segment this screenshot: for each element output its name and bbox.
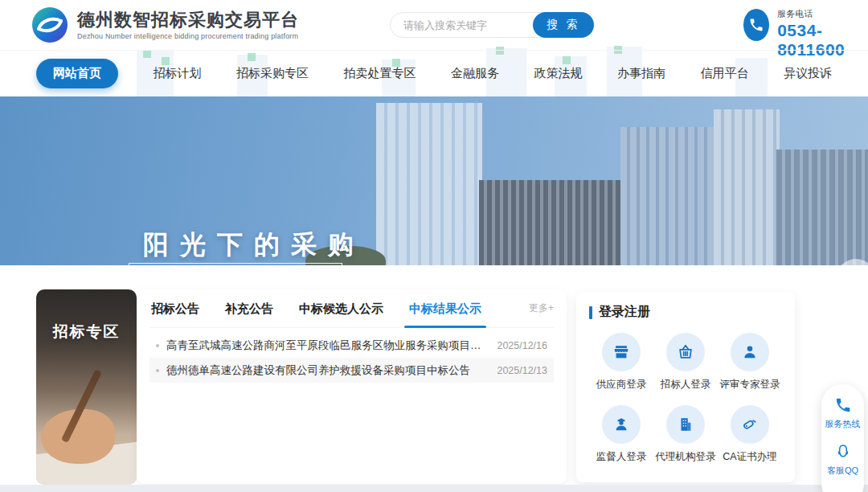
hero-banner: 阳光下的采购 公开 — 公正 — 公平 <box>0 96 868 265</box>
login-item-label: 评审专家登录 <box>718 378 782 392</box>
agency-login[interactable]: 代理机构登录 <box>653 405 718 464</box>
nav-item-policy[interactable]: 政策法规 <box>534 66 583 81</box>
banner-building <box>776 150 868 265</box>
expert-person-icon <box>731 333 769 371</box>
site-title: 德州数智招标采购交易平台 <box>77 10 299 31</box>
login-panel-header: 登录注册 <box>589 304 782 321</box>
announcement-title: 高青至武城高速公路商河至平原段临邑服务区物业服务采购项目中标公告 <box>166 338 487 353</box>
storefront-icon <box>602 333 641 371</box>
tab-winning-candidates[interactable]: 中标候选人公示 <box>297 290 385 327</box>
tenderer-login[interactable]: 招标人登录 <box>653 333 718 392</box>
tab-bid-announcements[interactable]: 招标公告 <box>149 290 201 327</box>
announcement-date: 2025/12/16 <box>497 340 547 351</box>
bullet-dot <box>156 369 159 372</box>
announcement-list: 高青至武城高速公路商河至平原段临邑服务区物业服务采购项目中标公告 2025/12… <box>149 333 554 383</box>
login-grid: 供应商登录 招标人登录 <box>589 333 782 464</box>
bidding-zone-label: 招标专区 <box>36 322 137 342</box>
basket-icon <box>666 333 705 371</box>
nav-item-objection[interactable]: 异议投诉 <box>784 66 832 81</box>
nav-item-credit[interactable]: 信用平台 <box>701 66 749 81</box>
login-item-label: 监督人登录 <box>589 450 653 464</box>
supervisor-login[interactable]: 监督人登录 <box>589 405 653 464</box>
announcement-title: 德州德单高速公路建设有限公司养护救援设备采购项目中标公告 <box>166 363 487 378</box>
agency-building-icon <box>666 405 705 444</box>
ca-usb-key-icon <box>731 405 769 444</box>
announcement-row[interactable]: 高青至武城高速公路商河至平原段临邑服务区物业服务采购项目中标公告 2025/12… <box>149 333 554 358</box>
nav-item-home[interactable]: 网站首页 <box>36 59 118 88</box>
bidding-zone-photo-card[interactable]: 招标专区 <box>36 289 137 485</box>
footer-strip <box>0 485 868 492</box>
search-button[interactable]: 搜 索 <box>533 12 594 38</box>
content-section: 招标专区 招标公告 补充公告 中标候选人公示 中标结果公示 更多+ 高青至武城高… <box>0 265 868 492</box>
page: 德州数智招标采购交易平台 Dezhou Number intelligence … <box>0 0 868 492</box>
banner-building <box>376 103 482 265</box>
login-item-label: 招标人登录 <box>653 378 718 392</box>
qq-float-label[interactable]: 客服QQ <box>827 465 858 477</box>
login-register-panel: 登录注册 供应商登录 <box>576 292 795 482</box>
accent-bar <box>589 306 592 319</box>
floating-service-panel: 服务热线 客服QQ <box>821 384 864 492</box>
supervisor-officer-icon <box>602 405 641 444</box>
qq-icon[interactable] <box>834 443 852 461</box>
ca-certificate[interactable]: CA证书办理 <box>718 405 782 464</box>
hotline-float-label[interactable]: 服务热线 <box>825 418 861 430</box>
banner-building <box>714 109 780 265</box>
nav-item-guide[interactable]: 办事指南 <box>617 66 665 81</box>
search-bar: 搜 索 <box>390 12 591 38</box>
more-link[interactable]: 更多+ <box>529 301 554 315</box>
login-panel-title: 登录注册 <box>599 304 650 321</box>
login-item-label: 代理机构登录 <box>653 450 718 464</box>
nav-item-bid-procurement[interactable]: 招标采购专区 <box>236 66 309 81</box>
header: 德州数智招标采购交易平台 Dezhou Number intelligence … <box>0 0 868 50</box>
main-nav: 网站首页 招标计划 招标采购专区 拍卖处置专区 金融服务 政策法规 办事指南 信… <box>0 50 868 96</box>
nav-item-auction[interactable]: 拍卖处置专区 <box>344 66 416 81</box>
bullet-dot <box>156 344 159 347</box>
nav-item-finance[interactable]: 金融服务 <box>451 66 499 81</box>
login-item-label: 供应商登录 <box>589 378 653 392</box>
banner-building <box>620 127 715 265</box>
banner-building <box>479 180 622 265</box>
banner-tagline-box: 公开 — 公正 — 公平 <box>129 263 342 265</box>
hotline-label: 服务电话 <box>777 8 868 20</box>
announcements-panel: 招标公告 补充公告 中标候选人公示 中标结果公示 更多+ 高青至武城高速公路商河… <box>137 289 567 484</box>
nav-item-bid-plan[interactable]: 招标计划 <box>154 66 202 81</box>
site-subtitle: Dezhou Number intelligence bidding procu… <box>77 32 299 40</box>
phone-icon <box>743 9 769 41</box>
tab-winning-results[interactable]: 中标结果公示 <box>407 290 483 327</box>
login-item-label: CA证书办理 <box>718 450 782 464</box>
announcement-tabs: 招标公告 补充公告 中标候选人公示 中标结果公示 更多+ <box>149 289 554 328</box>
supplier-login[interactable]: 供应商登录 <box>589 333 653 392</box>
expert-login[interactable]: 评审专家登录 <box>718 333 782 392</box>
announcement-row[interactable]: 德州德单高速公路建设有限公司养护救援设备采购项目中标公告 2025/12/13 <box>149 358 554 383</box>
banner-headline: 阳光下的采购 <box>143 228 365 263</box>
site-logo[interactable]: 德州数智招标采购交易平台 Dezhou Number intelligence … <box>31 6 299 44</box>
announcement-date: 2025/12/13 <box>497 365 547 376</box>
logo-globe-icon <box>31 6 69 44</box>
tab-supplementary-announcements[interactable]: 补充公告 <box>223 290 275 327</box>
hotline-phone-icon[interactable] <box>834 396 852 414</box>
